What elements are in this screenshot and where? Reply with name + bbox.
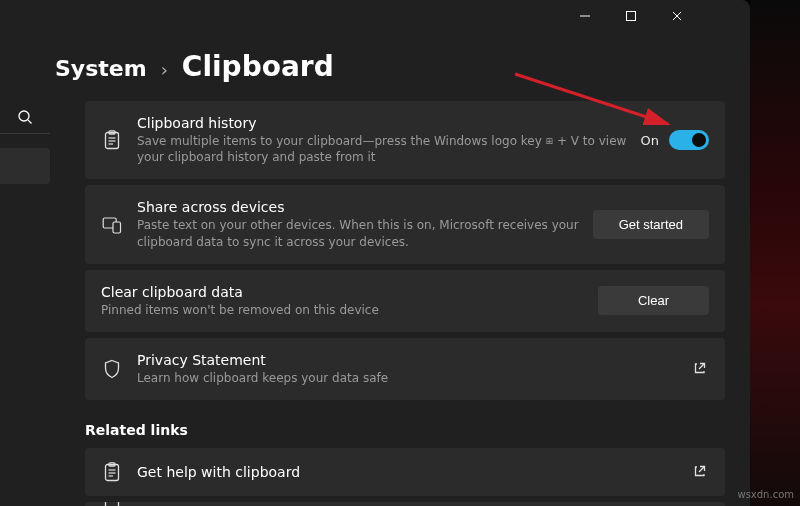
setting-clipboard-history[interactable]: Clipboard history Save multiple items to… xyxy=(85,101,725,179)
svg-rect-12 xyxy=(113,222,121,233)
setting-description: Pinned items won't be removed on this de… xyxy=(101,302,584,318)
svg-rect-20 xyxy=(106,502,119,506)
open-link-icon xyxy=(693,361,709,377)
svg-line-13 xyxy=(699,364,704,369)
clipboard-icon xyxy=(101,502,123,506)
toggle-state-label: On xyxy=(641,133,659,148)
desktop-background-strip xyxy=(750,0,800,506)
maximize-button[interactable] xyxy=(608,0,654,32)
setting-title: Share across devices xyxy=(137,199,579,215)
minimize-button[interactable] xyxy=(562,0,608,32)
desc-text-a: Save multiple items to your clipboard—pr… xyxy=(137,134,546,148)
clipboard-history-toggle[interactable] xyxy=(669,130,709,150)
settings-window: System › Clipboard Clipboard history Sav… xyxy=(0,0,750,506)
link-title: Get help with clipboard xyxy=(137,464,679,480)
setting-clear-clipboard[interactable]: Clear clipboard data Pinned items won't … xyxy=(85,270,725,332)
related-links-header: Related links xyxy=(85,422,735,438)
clipboard-icon xyxy=(101,130,123,150)
search-icon xyxy=(17,109,33,125)
clipboard-icon xyxy=(101,462,123,482)
devices-icon xyxy=(101,216,123,234)
window-titlebar xyxy=(0,0,700,32)
main-content: System › Clipboard Clipboard history Sav… xyxy=(55,50,735,506)
related-item-partial[interactable] xyxy=(85,502,725,506)
close-button[interactable] xyxy=(654,0,700,32)
svg-line-19 xyxy=(699,467,704,472)
svg-line-5 xyxy=(28,120,32,124)
search-button[interactable] xyxy=(0,100,50,134)
watermark: wsxdn.com xyxy=(737,489,794,500)
setting-title: Clear clipboard data xyxy=(101,284,584,300)
breadcrumb: System › Clipboard xyxy=(55,50,735,83)
breadcrumb-parent[interactable]: System xyxy=(55,56,147,81)
setting-privacy-statement[interactable]: Privacy Statement Learn how clipboard ke… xyxy=(85,338,725,400)
related-get-help[interactable]: Get help with clipboard xyxy=(85,448,725,496)
shield-icon xyxy=(101,359,123,379)
svg-point-4 xyxy=(19,111,29,121)
chevron-right-icon: › xyxy=(161,59,168,80)
setting-share-across-devices[interactable]: Share across devices Paste text on your … xyxy=(85,185,725,263)
setting-description: Learn how clipboard keeps your data safe xyxy=(137,370,679,386)
setting-title: Clipboard history xyxy=(137,115,627,131)
clear-button[interactable]: Clear xyxy=(598,286,709,315)
open-link-icon xyxy=(693,464,709,480)
get-started-button[interactable]: Get started xyxy=(593,210,709,239)
setting-title: Privacy Statement xyxy=(137,352,679,368)
sidebar-selected-item[interactable] xyxy=(0,148,50,184)
sidebar-sliver xyxy=(0,100,50,184)
breadcrumb-current: Clipboard xyxy=(182,50,334,83)
setting-description: Save multiple items to your clipboard—pr… xyxy=(137,133,627,165)
setting-description: Paste text on your other devices. When t… xyxy=(137,217,579,249)
svg-rect-1 xyxy=(627,12,636,21)
